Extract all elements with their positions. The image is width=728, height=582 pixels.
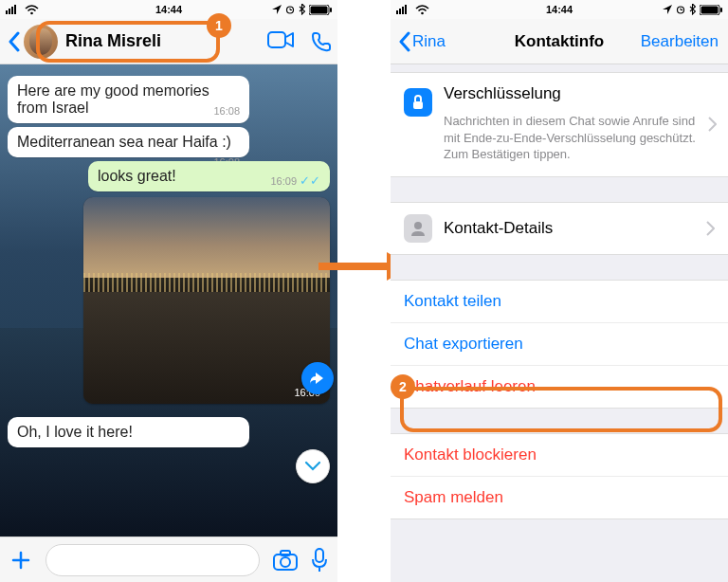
row-label: Chatverlauf leeren — [404, 377, 536, 396]
row-label: Spam melden — [404, 488, 503, 507]
callout-2-badge: 2 — [391, 374, 415, 399]
svg-point-4 — [30, 11, 33, 14]
contact-name: Rina Misreli — [65, 31, 161, 51]
alarm-icon — [676, 5, 685, 14]
message-time: 16:09✓✓ — [270, 173, 320, 188]
svg-rect-0 — [6, 10, 8, 14]
chevron-left-icon — [8, 31, 20, 52]
incoming-message[interactable]: Here are my good memories from Israel 16… — [8, 76, 249, 123]
scroll-to-bottom-button[interactable] — [296, 449, 330, 483]
report-spam-row[interactable]: Spam melden — [391, 476, 728, 518]
video-call-icon[interactable] — [267, 31, 294, 48]
alarm-icon — [285, 5, 295, 14]
bluetooth-icon — [299, 4, 305, 15]
chevron-left-icon — [398, 31, 410, 52]
message-time: 16:08 — [213, 105, 240, 117]
encryption-subtitle: Nachrichten in diesem Chat sowie Anrufe … — [444, 113, 715, 163]
svg-rect-9 — [268, 32, 285, 47]
avatar — [24, 25, 58, 59]
clear-chat-row[interactable]: Chatverlauf leeren — [391, 365, 728, 408]
info-navbar: Rina Kontaktinfo Bearbeiten — [391, 19, 728, 64]
bluetooth-icon — [689, 4, 696, 15]
chat-input-bar — [0, 537, 337, 582]
svg-point-25 — [414, 222, 422, 229]
location-icon — [663, 5, 672, 14]
row-label: Chat exportieren — [404, 335, 523, 354]
chat-actions-section: Kontakt teilen Chat exportieren Chatverl… — [391, 280, 728, 409]
svg-point-11 — [281, 557, 290, 567]
incoming-message[interactable]: Mediterranea﻿n sea near Haifa :) 16:08 — [8, 127, 249, 157]
forward-icon — [309, 371, 326, 386]
chevron-right-icon — [708, 117, 717, 132]
chat-scroll[interactable]: Here are my good memories from Israel 16… — [0, 64, 337, 537]
message-text: Here are my good memories from Israel — [17, 82, 209, 116]
row-label: Kontakt-Details — [444, 219, 553, 238]
svg-rect-8 — [330, 8, 332, 12]
danger-actions-section: Kontakt blockieren Spam melden — [391, 433, 728, 519]
chat-navbar: Rina Misreli — [0, 19, 337, 64]
wifi-icon — [415, 5, 429, 15]
svg-rect-12 — [281, 551, 290, 555]
status-bar: 14:44 — [391, 0, 728, 19]
svg-rect-23 — [720, 8, 722, 12]
status-bar: 14:44 — [0, 0, 337, 19]
status-time: 14:44 — [546, 4, 573, 15]
svg-rect-18 — [405, 5, 407, 14]
battery-icon — [309, 5, 332, 15]
status-time: 14:44 — [155, 4, 182, 15]
voice-call-icon[interactable] — [311, 31, 332, 52]
camera-icon[interactable] — [273, 550, 298, 571]
contact-info-screen: 14:44 Rina Kontaktinfo Bearbeiten Versch… — [391, 0, 728, 582]
svg-rect-7 — [311, 6, 328, 13]
callout-1-badge: 1 — [207, 13, 231, 38]
svg-rect-22 — [701, 6, 719, 13]
svg-rect-15 — [396, 10, 398, 14]
encryption-title: Verschlüsselung — [391, 73, 728, 103]
contact-icon — [404, 214, 432, 243]
chevron-right-icon — [706, 221, 715, 236]
row-label: Kontakt blockieren — [404, 446, 537, 464]
back-label: Rina — [412, 32, 446, 51]
incoming-message[interactable]: Oh, I love it here! — [8, 417, 249, 447]
contact-details-row[interactable]: Kontakt-Details — [391, 203, 728, 254]
svg-point-19 — [421, 11, 424, 14]
wifi-icon — [25, 5, 39, 15]
chat-contact-header[interactable]: Rina Misreli — [24, 25, 161, 59]
svg-rect-16 — [399, 9, 401, 14]
message-input[interactable] — [46, 544, 260, 576]
forward-button[interactable] — [301, 362, 334, 394]
back-button[interactable] — [8, 31, 20, 52]
back-button[interactable]: Rina — [398, 31, 446, 52]
add-button[interactable] — [9, 549, 32, 572]
signal-icon — [6, 5, 21, 14]
media-message[interactable]: 16:09 — [83, 197, 330, 404]
message-text: Mediterranea﻿n sea near Haifa :) — [17, 134, 231, 150]
message-text: Oh, I love it here! — [17, 424, 133, 440]
svg-rect-13 — [316, 549, 323, 562]
row-label: Kontakt teilen — [404, 292, 501, 311]
edit-button[interactable]: Bearbeiten — [641, 32, 719, 51]
page-title: Kontaktinfo — [515, 32, 604, 51]
svg-rect-2 — [11, 7, 13, 14]
encryption-row[interactable]: Verschlüsselung Nachrichten in diesem Ch… — [391, 72, 728, 177]
export-chat-row[interactable]: Chat exportieren — [391, 322, 728, 365]
message-text: looks great! — [98, 168, 176, 184]
outgoing-message[interactable]: looks great! 16:09✓✓ — [88, 161, 330, 191]
svg-rect-17 — [402, 7, 404, 14]
chat-screen: 14:44 Rina Misreli 1 Here are my good me… — [0, 0, 337, 582]
block-contact-row[interactable]: Kontakt blockieren — [391, 434, 728, 476]
location-icon — [272, 5, 282, 14]
share-contact-row[interactable]: Kontakt teilen — [391, 281, 728, 322]
svg-rect-24 — [413, 101, 423, 109]
svg-rect-1 — [9, 9, 10, 14]
svg-rect-3 — [14, 5, 16, 14]
mic-icon[interactable] — [311, 548, 328, 573]
contact-details-section: Kontakt-Details — [391, 202, 728, 255]
battery-icon — [700, 5, 722, 15]
chevron-down-icon — [304, 461, 321, 472]
read-ticks-icon: ✓✓ — [300, 173, 320, 188]
signal-icon — [396, 5, 411, 14]
lock-icon — [404, 88, 432, 117]
